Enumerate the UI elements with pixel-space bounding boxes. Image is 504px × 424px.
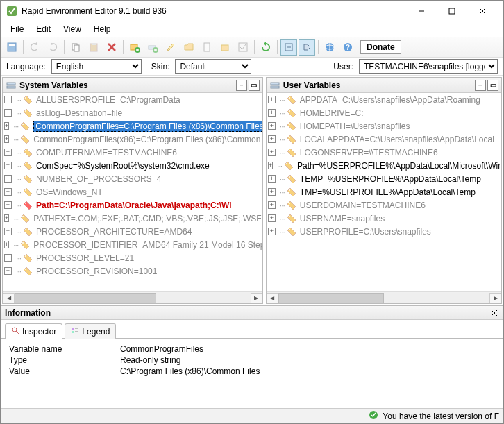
tree-row[interactable]: +···LOGONSERVER=\\TESTMACHINE6	[267, 146, 501, 159]
scroll-thumb[interactable]	[15, 293, 156, 303]
paste-icon[interactable]	[85, 39, 102, 56]
expand-icon[interactable]: +	[4, 267, 12, 275]
menu-view[interactable]: View	[58, 23, 87, 35]
tree-row[interactable]: +···USERNAME=snapfiles	[267, 212, 501, 225]
tree-row[interactable]: +···Path=%USERPROFILE%\AppData\Local\Mic…	[267, 159, 501, 172]
home-icon[interactable]	[321, 39, 338, 56]
user-select[interactable]: TESTMACHINE6\snapfiles [logge	[359, 59, 498, 74]
tab-inspector[interactable]: Inspector	[5, 323, 62, 339]
tree-row[interactable]: +···PROCESSOR_ARCHITECTURE=AMD64	[3, 225, 262, 238]
menu-edit[interactable]: Edit	[31, 23, 56, 35]
maximize-button[interactable]	[437, 1, 467, 22]
menu-file[interactable]: File	[5, 23, 29, 35]
tree-row[interactable]: +···TMP=%USERPROFILE%\AppData\Local\Temp	[267, 185, 501, 198]
delete-icon[interactable]	[103, 39, 120, 56]
expand-icon[interactable]: +	[268, 214, 276, 222]
user-vars-tree[interactable]: +···APPDATA=C:\Users\snapfiles\AppData\R…	[267, 93, 501, 291]
tree-row[interactable]: +···ALLUSERSPROFILE=C:\ProgramData	[3, 93, 262, 106]
add-value-icon[interactable]	[144, 39, 161, 56]
tree-row[interactable]: +···PROCESSOR_IDENTIFIER=AMD64 Family 21…	[3, 238, 262, 251]
expand-icon[interactable]: +	[4, 201, 12, 209]
tree-row[interactable]: +···HOMEPATH=\Users\snapfiles	[267, 119, 501, 133]
tree-row[interactable]: +···LOCALAPPDATA=C:\Users\snapfiles\AppD…	[267, 133, 501, 146]
system-vars-tree[interactable]: +···ALLUSERSPROFILE=C:\ProgramData+···as…	[3, 93, 262, 291]
tree-row[interactable]: +···PROCESSOR_LEVEL=21	[3, 251, 262, 264]
collapse-pane-button[interactable]: −	[475, 80, 486, 91]
tree-row[interactable]: +···PROCESSOR_REVISION=1001	[3, 264, 262, 278]
hscrollbar[interactable]: ◀ ▶	[267, 291, 501, 303]
folder-icon[interactable]	[180, 39, 197, 56]
check-icon[interactable]	[235, 39, 251, 56]
undo-icon[interactable]	[26, 39, 43, 56]
expand-icon[interactable]: +	[4, 149, 12, 156]
expand-icon[interactable]: +	[268, 175, 276, 183]
expand-icon[interactable]: +	[4, 96, 12, 103]
tree-connector: ···	[280, 108, 285, 118]
scroll-left-icon[interactable]: ◀	[267, 293, 278, 303]
tree-row[interactable]: +···ComSpec=%SystemRoot%\system32\cmd.ex…	[3, 159, 262, 172]
tree-row[interactable]: +···NUMBER_OF_PROCESSORS=4	[3, 172, 262, 185]
expand-icon[interactable]: +	[4, 214, 9, 222]
expand-icon[interactable]: +	[4, 162, 12, 169]
scroll-thumb[interactable]	[278, 293, 384, 303]
expand-icon[interactable]: +	[268, 162, 273, 169]
expand-icon[interactable]: +	[268, 228, 276, 235]
scroll-track[interactable]	[15, 293, 251, 303]
save-icon[interactable]	[3, 39, 20, 56]
tab-legend[interactable]: Legend	[65, 323, 116, 339]
expand-icon[interactable]: +	[268, 149, 276, 156]
edit-icon[interactable]	[162, 39, 179, 56]
tree-row[interactable]: +···COMPUTERNAME=TESTMACHINE6	[3, 146, 262, 159]
collapse-pane-button[interactable]: −	[236, 80, 247, 91]
tree-row[interactable]: +···Path=C:\ProgramData\Oracle\Java\java…	[3, 198, 262, 212]
expand-icon[interactable]: +	[268, 188, 276, 196]
expand-icon[interactable]: +	[4, 122, 9, 130]
tree-row[interactable]: +···HOMEDRIVE=C:	[267, 106, 501, 119]
donate-button[interactable]: Donate	[360, 40, 401, 54]
expand-icon[interactable]: +	[4, 241, 9, 248]
tree-row[interactable]: +···asl.log=Destination=file	[3, 106, 262, 119]
expand-icon[interactable]: +	[4, 254, 12, 262]
help-icon[interactable]: ?	[339, 39, 356, 56]
refresh-icon[interactable]	[258, 39, 274, 56]
expand-icon[interactable]	[280, 39, 297, 56]
expand-icon[interactable]: +	[268, 135, 276, 143]
expand-pane-button[interactable]: ▭	[249, 80, 260, 91]
expand-icon[interactable]: +	[4, 135, 9, 143]
insert-file-icon[interactable]	[199, 39, 215, 56]
copy-icon[interactable]	[67, 39, 84, 56]
expand-icon[interactable]: +	[268, 96, 276, 103]
tree-row[interactable]: +···CommonProgramFiles(x86)=C:\Program F…	[3, 133, 262, 146]
close-button[interactable]	[467, 1, 498, 22]
tree-row[interactable]: +···USERDOMAIN=TESTMACHINE6	[267, 198, 501, 212]
insert-dir-icon[interactable]	[217, 39, 233, 56]
expand-icon[interactable]: +	[4, 188, 12, 196]
tree-row[interactable]: +···CommonProgramFiles=C:\Program Files …	[3, 119, 262, 133]
skin-select[interactable]: Default	[175, 59, 251, 74]
expand-icon[interactable]: +	[268, 109, 276, 117]
tree-row[interactable]: +···APPDATA=C:\Users\snapfiles\AppData\R…	[267, 93, 501, 106]
add-var-icon[interactable]	[126, 39, 143, 56]
expand-pane-button[interactable]: ▭	[487, 80, 498, 91]
expand-icon[interactable]: +	[4, 175, 12, 183]
redo-icon[interactable]	[44, 39, 61, 56]
menu-help[interactable]: Help	[88, 23, 117, 35]
tree-row[interactable]: +···USERPROFILE=C:\Users\snapfiles	[267, 225, 501, 238]
scroll-left-icon[interactable]: ◀	[3, 293, 15, 303]
scroll-right-icon[interactable]: ▶	[251, 293, 262, 303]
expand-icon[interactable]: +	[268, 201, 276, 209]
scroll-track[interactable]	[278, 293, 489, 303]
expand-icon[interactable]: +	[268, 122, 276, 130]
tag-toggle-icon[interactable]	[299, 39, 315, 56]
tree-row[interactable]: +···PATHEXT=.COM;.EXE;.BAT;.CMD;.VBS;.VB…	[3, 212, 262, 225]
tree-row[interactable]: +···TEMP=%USERPROFILE%\AppData\Local\Tem…	[267, 172, 501, 185]
expand-icon[interactable]: +	[4, 228, 12, 235]
info-close-button[interactable]	[489, 308, 499, 318]
minimize-button[interactable]	[406, 1, 437, 22]
tree-row[interactable]: +···OS=Windows_NT	[3, 185, 262, 198]
expand-icon[interactable]: +	[4, 109, 12, 117]
language-select[interactable]: English	[51, 59, 142, 74]
svg-point-39	[25, 176, 26, 178]
scroll-right-icon[interactable]: ▶	[489, 293, 501, 303]
hscrollbar[interactable]: ◀ ▶	[3, 291, 262, 303]
